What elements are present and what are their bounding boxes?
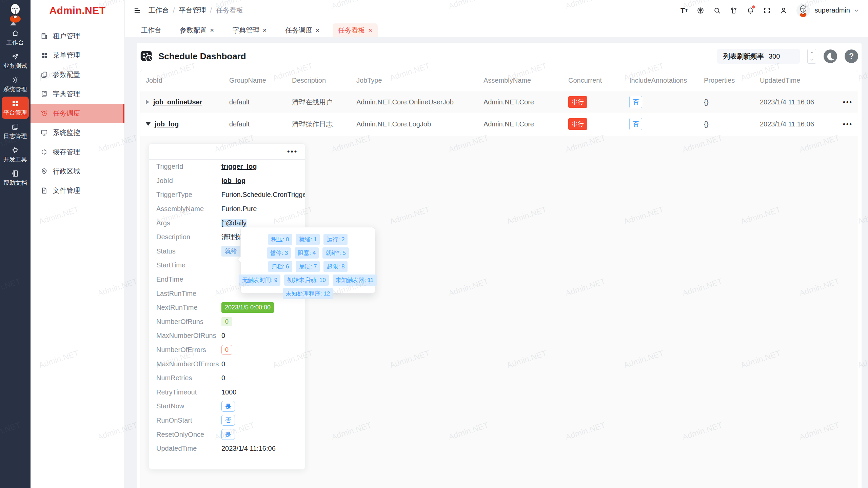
job-id-link[interactable]: job_log [221, 177, 245, 185]
help-button[interactable]: ? [845, 49, 858, 63]
popover-arrow [238, 257, 241, 263]
sidebar-menu: 租户管理 菜单管理 参数配置 字典管理 任务调度 系统监控 [31, 21, 124, 200]
collapse-menu-button[interactable] [134, 7, 141, 14]
breadcrumb-separator: / [210, 6, 212, 14]
status-badge[interactable]: 就绪 [221, 246, 240, 257]
tab-task-schedule[interactable]: 任务调度 ✕ [280, 23, 325, 37]
alarm-clock-icon [41, 110, 48, 117]
row-actions-button[interactable]: ••• [843, 98, 853, 106]
rail-item-platform-mgmt[interactable]: 平台管理 [2, 97, 29, 119]
home-icon [12, 29, 19, 37]
concurrent-tag: 串行 [568, 96, 587, 108]
panel-actions-button[interactable]: ••• [287, 147, 298, 156]
dark-mode-button[interactable] [824, 49, 837, 63]
notification-button[interactable] [747, 7, 754, 14]
search-button[interactable] [713, 7, 721, 14]
fullscreen-button[interactable] [763, 7, 771, 14]
detail-row: NextRunTime2023/1/5 0:00:00 [149, 301, 305, 315]
chevron-down-icon[interactable] [854, 8, 859, 13]
language-button[interactable] [697, 7, 704, 14]
rail-menu: 工作台 业务测试 系统管理 平台管理 日志管理 开发工具 [0, 26, 31, 189]
refresh-rate-input[interactable] [769, 53, 794, 60]
rail-item-log-mgmt[interactable]: 日志管理 [2, 120, 29, 142]
tab-params[interactable]: 参数配置 ✕ [174, 23, 220, 37]
content-area: Schedule Dashboard 列表刷新频率 ? [125, 37, 868, 488]
sidebar-item-params[interactable]: 参数配置 [31, 65, 124, 84]
stepper-up-button[interactable] [808, 49, 816, 56]
row-actions-button[interactable]: ••• [843, 120, 853, 128]
sidebar-item-dictionary[interactable]: 字典管理 [31, 84, 124, 104]
detail-row: NumberOfRuns0 [149, 315, 305, 329]
breadcrumb-separator: / [173, 6, 175, 14]
dictionary-icon [41, 90, 48, 98]
theme-button[interactable] [730, 7, 737, 14]
sidebar-item-menu[interactable]: 菜单管理 [31, 46, 124, 65]
number-of-runs-badge: 0 [221, 317, 232, 326]
sidebar-item-cache[interactable]: 缓存管理 [31, 142, 124, 162]
tab-workbench[interactable]: 工作台 [136, 23, 167, 37]
map-pin-icon [41, 168, 48, 175]
tab-task-dashboard[interactable]: 任务看板 ✕ [333, 23, 378, 37]
status-legend-tag: 无触发时间: 9 [239, 274, 280, 286]
rail-item-workbench[interactable]: 工作台 [2, 26, 29, 49]
expand-caret-icon[interactable] [146, 100, 149, 104]
status-legend-popover: 积压: 0 就绪: 1 运行: 2 暂停: 3 阻塞: 4 就绪*: 5 归档:… [240, 227, 375, 293]
sidebar-item-sys-monitor[interactable]: 系统监控 [31, 123, 124, 142]
cell-group: default [225, 120, 288, 128]
sidebar-item-task-schedule[interactable]: 任务调度 [31, 104, 124, 123]
tabs-bar: 工作台 参数配置 ✕ 字典管理 ✕ 任务调度 ✕ 任务看板 ✕ [125, 21, 868, 37]
rail-item-business-test[interactable]: 业务测试 [2, 50, 29, 72]
table-row[interactable]: job_onlineUser default 清理在线用户 Admin.NET.… [140, 91, 858, 113]
cell-description: 清理在线用户 [288, 98, 352, 107]
breadcrumb-item[interactable]: 平台管理 [179, 6, 206, 15]
page-title: Schedule Dashboard [158, 51, 246, 62]
loading-icon [41, 148, 48, 156]
avatar[interactable] [796, 4, 810, 17]
sidebar-item-tenant[interactable]: 租户管理 [31, 26, 124, 46]
breadcrumb-item[interactable]: 工作台 [149, 6, 169, 15]
close-icon[interactable]: ✕ [210, 28, 214, 33]
sidebar-item-label: 菜单管理 [53, 51, 80, 60]
status-legend-tag: 阻塞: 4 [295, 247, 319, 259]
tab-dictionary[interactable]: 字典管理 ✕ [227, 23, 273, 37]
tab-label: 任务看板 [338, 26, 365, 35]
rail-item-system-mgmt[interactable]: 系统管理 [2, 73, 29, 96]
toolbar-right: 列表刷新频率 ? [717, 49, 858, 64]
collapse-caret-icon[interactable] [146, 122, 151, 126]
schedule-dashboard-icon [140, 49, 154, 63]
header-actions: TT superadmin [680, 4, 859, 17]
menu-grid-icon [41, 52, 48, 59]
font-size-button[interactable]: TT [680, 7, 688, 14]
sidebar-item-label: 租户管理 [53, 32, 80, 41]
close-icon[interactable]: ✕ [368, 28, 373, 33]
tab-label: 参数配置 [180, 26, 207, 35]
detail-row: NumberOfErrors0 [149, 343, 305, 357]
language-icon [697, 7, 704, 14]
trigger-id-link[interactable]: trigger_log [221, 163, 257, 170]
chevron-down-icon [810, 58, 814, 62]
copy-icon [41, 71, 48, 78]
status-legend-tag: 崩溃: 7 [296, 261, 320, 272]
table-header-row: JobId GroupName Description JobType Asse… [140, 70, 858, 91]
cell-updated-time: 2023/1/4 11:16:06 [756, 98, 834, 106]
close-icon[interactable]: ✕ [263, 28, 267, 33]
rail-item-dev-tools[interactable]: 开发工具 [2, 143, 29, 166]
job-id-link[interactable]: job_log [155, 120, 179, 128]
run-on-start-badge: 否 [221, 415, 235, 426]
row-expand-area: ••• TriggerIdtrigger_log JobIdjob_log Tr… [140, 136, 858, 488]
rail-item-help-docs[interactable]: 帮助文档 [2, 167, 29, 189]
rail-item-label: 日志管理 [3, 132, 27, 140]
app-logo[interactable] [0, 0, 31, 23]
sidebar-item-region[interactable]: 行政区域 [31, 162, 124, 181]
chevron-up-icon [810, 51, 814, 55]
cell-properties: {} [700, 120, 756, 128]
username[interactable]: superadmin [814, 6, 850, 14]
sidebar-item-files[interactable]: 文件管理 [31, 181, 124, 200]
table-row[interactable]: job_log default 清理操作日志 Admin.NET.Core.Lo… [140, 113, 858, 135]
close-icon[interactable]: ✕ [315, 28, 320, 33]
cell-job-type: Admin.NET.Core.LogJob [352, 120, 479, 128]
rail-item-label: 工作台 [6, 39, 24, 46]
job-id-link[interactable]: job_onlineUser [153, 98, 202, 106]
stepper-down-button[interactable] [808, 56, 816, 63]
profile-button[interactable] [780, 7, 787, 14]
